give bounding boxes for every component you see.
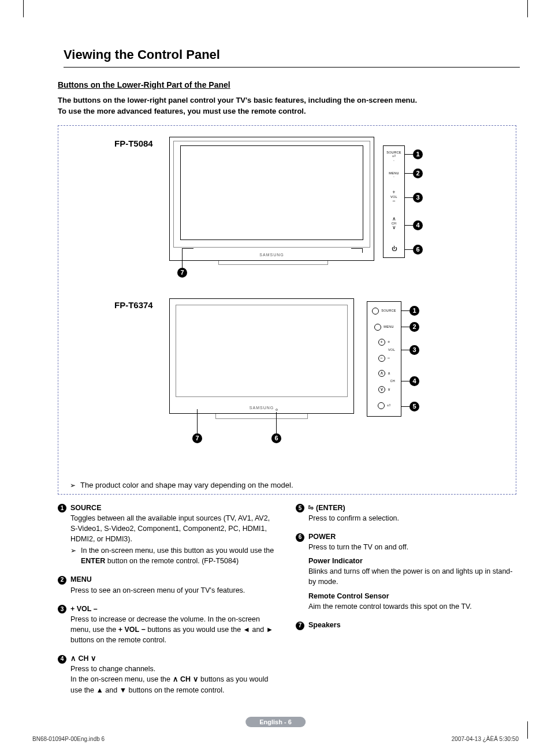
item-5: 5 (ENTER) Press to confirm a selection. — [296, 503, 516, 523]
item-3-title: + VOL – — [70, 605, 98, 613]
panel-2-vol-plus: ++ — [367, 339, 401, 346]
tv-2-stand — [215, 414, 308, 419]
samsung-logo: SAMSUNG — [259, 253, 284, 257]
item-5-body: Press to confirm a selection. — [308, 513, 399, 523]
panel-1-source: SOURCE⏎◦ — [384, 151, 404, 163]
callout-1b: 1 — [409, 306, 419, 316]
up-chevron-icon — [70, 654, 76, 663]
note-arrow-icon — [70, 481, 76, 489]
panel-2-menu: MENU — [367, 324, 401, 331]
item-1-sub: In the on-screen menu, use this button a… — [70, 545, 278, 566]
item-6-title: POWER — [308, 533, 336, 541]
down-chevron-icon — [91, 654, 96, 663]
item-4-body-b: In the on-screen menu, use the CH button… — [70, 674, 278, 695]
callout-7b: 7 — [192, 433, 202, 443]
title-underline — [64, 67, 520, 68]
subheading: Buttons on the Lower-Right Part of the P… — [58, 80, 516, 89]
item-2-title: MENU — [70, 575, 92, 583]
item-6-body3: Aim the remote control towards this spot… — [308, 601, 516, 612]
panel-2-ch-lbl: CH — [367, 379, 395, 383]
panel-1: SOURCE⏎◦ MENU◦ +VOL− ∧CH∨ ◦ — [383, 145, 405, 258]
panel-2: SOURCE MENU ++ VOL −− ∧∧ CH ∨∨ ⏎ — [367, 301, 401, 417]
power-icon — [392, 247, 397, 251]
item-4: 4 CH Press to change channels. In the on… — [58, 653, 278, 695]
footer-right: 2007-04-13 ¿ÀÈÄ 5:30:50 — [452, 736, 519, 742]
left-column: 1 SOURCE Toggles between all the availab… — [58, 503, 278, 703]
item-3: 3 + VOL – Press to increase or decrease … — [58, 604, 278, 646]
num-badge-4: 4 — [58, 655, 66, 664]
descriptions: 1 SOURCE Toggles between all the availab… — [58, 503, 516, 703]
callout-4b: 4 — [409, 376, 419, 386]
callout-2: 2 — [413, 169, 423, 178]
callout-2b: 2 — [409, 322, 419, 332]
item-6-h2: Power Indicator — [308, 556, 516, 566]
num-badge-5: 5 — [296, 504, 304, 512]
diagram-note: The product color and shape may vary dep… — [70, 481, 293, 489]
panel-1-vol: +VOL− — [384, 190, 404, 204]
intro-line-1: The buttons on the lower-right panel con… — [58, 96, 417, 104]
item-7: 7 Speakers — [296, 620, 516, 630]
manual-page: Viewing the Control Panel Buttons on the… — [0, 0, 551, 756]
title-bar: Viewing the Control Panel — [58, 46, 516, 68]
item-6: 6 POWER Press to turn the TV on and off.… — [296, 532, 516, 612]
page-title: Viewing the Control Panel — [64, 46, 520, 66]
item-1: 1 SOURCE Toggles between all the availab… — [58, 503, 278, 567]
num-badge-1: 1 — [58, 504, 66, 512]
crop-mark — [23, 0, 24, 17]
num-badge-3: 3 — [58, 605, 66, 613]
footer-left: BN68-01094P-00Eng.indb 6 — [32, 736, 105, 742]
model-2-label: FP-T6374 — [114, 300, 153, 310]
panel-2-ch-down: ∨∨ — [367, 386, 401, 393]
panel-1-menu: MENU◦ — [384, 171, 404, 179]
arrow-icon — [70, 545, 81, 566]
callout-6b: 6 — [271, 433, 281, 443]
panel-1-ch: ∧CH∨ — [384, 216, 404, 231]
callout-6: 6 — [413, 245, 423, 255]
intro-text: The buttons on the lower-right panel con… — [58, 95, 516, 117]
tv-2-screen — [176, 305, 348, 397]
panel-2-ch-up: ∧∧ — [367, 370, 401, 377]
diagram-area: FP-T5084 SAMSUNG SOURCE⏎◦ MENU◦ +VOL− ∧C… — [71, 134, 503, 463]
item-6-body: Press to turn the TV on and off. — [308, 542, 516, 552]
callout-7: 7 — [177, 268, 187, 278]
item-6-h3: Remote Control Sensor — [308, 591, 516, 601]
model-1-label: FP-T5084 — [114, 139, 153, 148]
num-badge-6: 6 — [296, 533, 304, 542]
tv-2: SAMSUNG — [169, 298, 354, 414]
item-5-title: (ENTER) — [308, 504, 345, 512]
item-1-body: Toggles between all the available input … — [70, 513, 278, 544]
panel-2-vol-lbl: VOL — [367, 348, 395, 352]
page-number-pill: English - 6 — [245, 717, 306, 727]
content-area: Viewing the Control Panel Buttons on the… — [58, 46, 516, 703]
intro-line-2: To use the more advanced features, you m… — [58, 107, 306, 115]
item-2-body: Press to see an on-screen menu of your T… — [70, 585, 245, 596]
item-6-body2: Blinks and turns off when the power is o… — [308, 566, 516, 587]
crop-mark — [527, 721, 528, 739]
num-badge-2: 2 — [58, 576, 66, 585]
item-3-body: Press to increase or decrease the volume… — [70, 614, 278, 645]
crop-mark — [527, 0, 528, 17]
tv-1: SAMSUNG — [169, 137, 374, 261]
diagram-box: FP-T5084 SAMSUNG SOURCE⏎◦ MENU◦ +VOL− ∧C… — [58, 125, 516, 495]
right-column: 5 (ENTER) Press to confirm a selection. … — [296, 503, 516, 703]
panel-1-power: ◦ — [384, 243, 404, 252]
callout-1: 1 — [413, 149, 423, 159]
item-4-body-a: Press to change channels. — [70, 664, 278, 674]
tv-1-stand — [218, 261, 328, 265]
sensor-dot — [276, 409, 278, 411]
enter-icon — [308, 504, 316, 512]
panel-2-vol-minus: −− — [367, 355, 401, 362]
panel-2-enter: ⏎ — [367, 402, 401, 409]
callout-3b: 3 — [409, 345, 419, 355]
tv-1-screen — [180, 145, 363, 240]
item-1-title: SOURCE — [70, 504, 101, 512]
num-badge-7: 7 — [296, 622, 304, 630]
panel-2-source: SOURCE — [367, 308, 401, 315]
item-4-title: CH — [70, 654, 96, 663]
callout-5b: 5 — [409, 402, 419, 411]
item-2: 2 MENU Press to see an on-screen menu of… — [58, 574, 278, 595]
callout-4: 4 — [413, 220, 423, 230]
callout-3: 3 — [413, 193, 423, 203]
item-7-title: Speakers — [308, 621, 341, 629]
samsung-logo: SAMSUNG — [250, 406, 274, 410]
